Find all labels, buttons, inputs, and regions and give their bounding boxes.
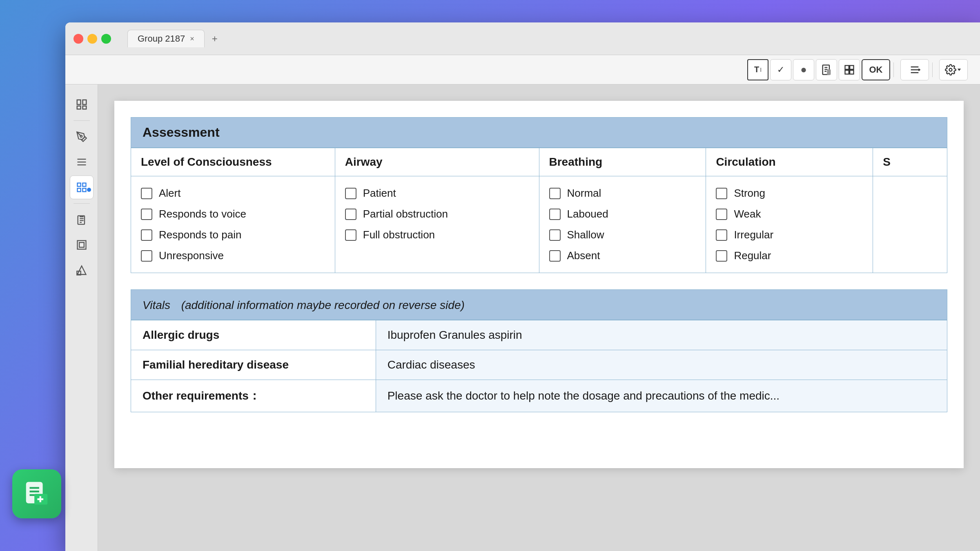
svg-rect-23: [82, 183, 86, 187]
checkbox-regular[interactable]: [716, 250, 727, 262]
app-icon[interactable]: [12, 469, 61, 518]
traffic-lights: [74, 34, 111, 44]
checkbox-normal[interactable]: [549, 188, 561, 199]
sidebar-item-frame[interactable]: [70, 233, 94, 257]
checkbox-absent[interactable]: [549, 250, 561, 262]
checkbox-unresponsive[interactable]: [141, 250, 152, 262]
toolbar: T I ✓ ●: [65, 55, 980, 84]
assessment-title: Assessment: [131, 117, 947, 148]
svg-rect-31: [79, 242, 84, 247]
col-header-airway: Airway: [335, 148, 539, 176]
sidebar-divider-2: [74, 203, 90, 204]
checkbox-item-voice: Responds to voice: [141, 204, 325, 224]
checkbox-strong[interactable]: [716, 188, 727, 199]
svg-rect-4: [827, 70, 830, 75]
checkbox-item-strong: Strong: [716, 183, 863, 204]
checkbox-voice[interactable]: [141, 209, 152, 220]
toolbar-group-3: [939, 59, 968, 80]
tab-close-button[interactable]: ×: [190, 35, 194, 43]
sidebar-item-grid[interactable]: [70, 176, 94, 199]
vitals-label-other: Other requirements：: [131, 380, 376, 412]
s-cell: [873, 176, 947, 273]
active-tab[interactable]: Group 2187 ×: [127, 30, 205, 47]
checkbox-alert[interactable]: [141, 188, 152, 199]
svg-rect-14: [77, 100, 80, 104]
svg-rect-16: [77, 106, 80, 109]
checkbox-partial[interactable]: [345, 209, 356, 220]
checkbox-item-laboued: Laboued: [549, 204, 696, 224]
sidebar-item-list[interactable]: [70, 150, 94, 174]
ok-tool-button[interactable]: OK: [862, 59, 890, 80]
new-tab-button[interactable]: +: [209, 33, 221, 45]
checkbox-laboued[interactable]: [549, 209, 561, 220]
title-bar: Group 2187 × +: [65, 22, 980, 55]
checkbox-item-weak: Weak: [716, 204, 863, 224]
checkbox-shallow[interactable]: [549, 229, 561, 241]
text-tool-button[interactable]: T I: [747, 59, 768, 80]
checkbox-item-normal: Normal: [549, 183, 696, 204]
checkbox-item-absent: Absent: [549, 245, 696, 266]
checkbox-item-shallow: Shallow: [549, 224, 696, 245]
record-tool-button[interactable]: ●: [793, 59, 814, 80]
checkbox-full[interactable]: [345, 229, 356, 241]
assessment-section: Assessment Level of Consciousness Airway…: [131, 117, 947, 273]
checkbox-item-alert: Alert: [141, 183, 325, 204]
main-window: Group 2187 × + T I ✓ ●: [65, 22, 980, 551]
settings-tool-button[interactable]: [939, 59, 968, 80]
svg-rect-25: [82, 188, 86, 191]
svg-rect-6: [850, 65, 853, 69]
checkbox-item-regular: Regular: [716, 245, 863, 266]
sidebar-item-clipboard[interactable]: [70, 208, 94, 231]
checkbox-patient[interactable]: [345, 188, 356, 199]
doc-tool-button[interactable]: [816, 59, 837, 80]
maximize-button[interactable]: [101, 34, 111, 44]
document-area[interactable]: Assessment Level of Consciousness Airway…: [98, 84, 980, 551]
checkbox-item-irregular: Irregular: [716, 224, 863, 245]
toolbar-separator-1: [893, 62, 894, 77]
list-tool-button[interactable]: [900, 59, 929, 80]
svg-rect-8: [850, 70, 853, 74]
checkbox-item-full: Full obstruction: [345, 224, 529, 245]
checkbox-weak[interactable]: [716, 209, 727, 220]
left-sidebar: [65, 84, 98, 551]
vitals-section: Vitals (additional information maybe rec…: [131, 289, 947, 412]
checkbox-item-patient: Patient: [345, 183, 529, 204]
col-header-s: S: [873, 148, 947, 176]
tab-label: Group 2187: [138, 33, 185, 44]
toolbar-tools: T I ✓ ●: [747, 59, 890, 80]
loc-cell-1: Alert Responds to voice Responds to pain: [131, 176, 335, 273]
toolbar-group-2: [900, 59, 929, 80]
vitals-label-allergic: Allergic drugs: [131, 320, 376, 350]
vitals-value-allergic: Ibuprofen Granules aspirin: [376, 320, 947, 350]
vitals-title: Vitals (additional information maybe rec…: [131, 289, 947, 320]
svg-rect-7: [845, 70, 849, 74]
vitals-value-other: Please ask the doctor to help note the d…: [376, 380, 947, 412]
col-header-loc: Level of Consciousness: [131, 148, 335, 176]
document-page: Assessment Level of Consciousness Airway…: [114, 101, 964, 468]
svg-rect-5: [845, 65, 849, 69]
sidebar-item-pages[interactable]: [70, 93, 94, 116]
close-button[interactable]: [74, 34, 83, 44]
airway-cell: Patient Partial obstruction Full obstruc…: [335, 176, 539, 273]
breathing-cell: Normal Laboued Shallow: [539, 176, 706, 273]
vitals-row-allergic: Allergic drugs Ibuprofen Granules aspiri…: [131, 320, 947, 350]
vitals-label-hereditary: Familial hereditary disease: [131, 350, 376, 380]
sidebar-item-markup[interactable]: [70, 125, 94, 149]
sidebar-item-shape[interactable]: [70, 258, 94, 282]
table-row: Alert Responds to voice Responds to pain: [131, 176, 947, 273]
col-header-circulation: Circulation: [706, 148, 873, 176]
vitals-row-other: Other requirements： Please ask the docto…: [131, 380, 947, 412]
circulation-cell: Strong Weak Irregular: [706, 176, 873, 273]
vitals-row-hereditary: Familial hereditary disease Cardiac dise…: [131, 350, 947, 380]
checkbox-irregular[interactable]: [716, 229, 727, 241]
svg-rect-22: [77, 183, 80, 187]
check-tool-button[interactable]: ✓: [770, 59, 791, 80]
col-header-breathing: Breathing: [539, 148, 706, 176]
checkbox-pain[interactable]: [141, 229, 152, 241]
svg-rect-24: [77, 188, 80, 191]
minimize-button[interactable]: [87, 34, 97, 44]
checkbox-item-unresponsive: Unresponsive: [141, 245, 325, 266]
toolbar-separator-2: [932, 62, 933, 77]
sidebar-divider-1: [74, 120, 90, 121]
layout-tool-button[interactable]: [839, 59, 860, 80]
